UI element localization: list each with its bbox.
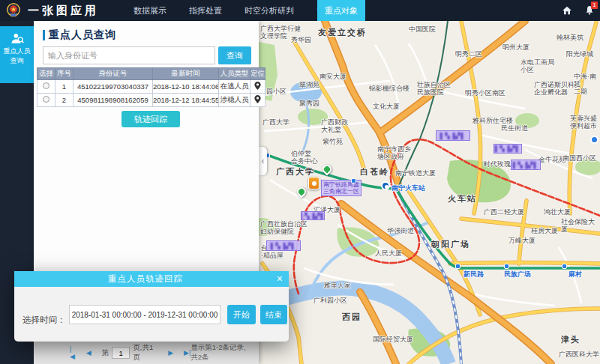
map-label: 壮族自治区 民族医院 <box>417 81 451 96</box>
location-pin-icon <box>254 95 261 103</box>
map-label: 人民大厦 <box>375 249 402 257</box>
panel-title: 重点人员查询 <box>43 28 116 42</box>
nav-item-command[interactable]: 指挥处置 <box>189 5 222 16</box>
map-label: 明州大厦 <box>502 43 530 51</box>
locate-button[interactable] <box>250 80 266 94</box>
metro-station-icon <box>562 264 567 269</box>
track-playback-button[interactable]: 轨迹回踪 <box>122 111 180 127</box>
row-id-number: 450981198908162059 <box>74 94 153 107</box>
map-label: 中国医院 <box>409 25 436 33</box>
records-summary: 显示第1-2条记录,共2条 <box>190 343 253 363</box>
end-button[interactable]: 结束 <box>260 305 287 324</box>
map-label: 广西医科大学 <box>559 351 599 358</box>
map-label: 西园 <box>342 313 362 321</box>
map-label: 聚秀园 <box>299 100 320 107</box>
track-playback-modal: 重点人员轨迹回踪 × 选择时间： 开始 结束 <box>14 271 289 342</box>
redacted-label: ▌▚▐▞▌ <box>494 144 522 154</box>
table-row[interactable]: 2 450981198908162059 2018-12-12 18:44:55… <box>38 94 266 107</box>
prev-page-button[interactable]: ◀ <box>86 349 92 357</box>
row-index: 1 <box>56 80 74 94</box>
map-label: 新民路 <box>464 270 484 278</box>
row-person-type: 在逃人员 <box>219 80 250 94</box>
redacted-label: ▌▚▐▞▌ <box>266 240 301 251</box>
police-emblem-logo <box>5 2 22 19</box>
map-label: 广西大学 <box>276 168 315 175</box>
row-radio[interactable] <box>43 82 50 89</box>
title-accent-bar <box>43 30 45 40</box>
row-index: 2 <box>56 94 74 107</box>
sidebar-item-key-person-query[interactable]: 重点人员 查询 <box>0 26 34 83</box>
police-badge-marker[interactable] <box>308 177 320 189</box>
map-label: 社会保险大厦 <box>561 218 600 233</box>
map-label: 阳光绿城 <box>566 50 593 58</box>
location-pin-icon <box>254 82 261 90</box>
nav-item-key-targets-active[interactable]: 重点对象 <box>317 0 365 21</box>
app-title: 一张图应用 <box>28 4 99 18</box>
row-id-number: 451022199703040337 <box>74 80 153 94</box>
sidebar-item-label: 重点人员 <box>4 46 31 56</box>
map-label: 广西财政 大礼堂 <box>321 118 348 133</box>
map-label: 白苍岭 <box>360 168 389 175</box>
metro-station-icon <box>381 181 390 190</box>
map-label: 中海·南延 二期 <box>574 73 600 95</box>
time-range-label: 选择时间： <box>22 315 66 326</box>
page-number-input[interactable] <box>112 347 130 359</box>
row-latest-time: 2018-12-10 18:44:06 <box>153 80 219 94</box>
map-label: 雅里人家 <box>324 282 351 289</box>
map-label: 南国西小区 <box>562 154 596 162</box>
map-label: 明秀二区 <box>455 50 482 58</box>
map-label: 秀华园 <box>291 36 311 43</box>
redacted-label: ▌▚▐▞▌ <box>301 211 325 220</box>
first-page-button[interactable]: |◀ <box>70 345 76 360</box>
row-latest-time: 2018-12-12 18:44:55 <box>153 94 219 107</box>
last-page-button[interactable]: ▶| <box>184 349 190 357</box>
row-person-type: 涉稳人员 <box>219 94 250 107</box>
locate-button[interactable] <box>250 94 266 107</box>
map-label: 广西大学 <box>262 118 290 126</box>
person-table: 选择 序号 身份证号 最新时间 人员类型 定位 1 45102219970304… <box>37 67 266 107</box>
panel-collapse-toggle[interactable]: ‹ <box>259 147 267 175</box>
map-label: 南宁火车站 <box>392 184 425 192</box>
page-prefix-label: 第 <box>102 348 110 358</box>
metro-station-icon <box>455 264 460 269</box>
table-header-row: 选择 序号 身份证号 最新时间 人员类型 定位 <box>38 68 266 80</box>
map-label: 津头 <box>561 336 580 343</box>
map-label: 南宁市西乡 塘区政府 <box>377 145 411 160</box>
map-label: 文化大厦 <box>373 103 400 110</box>
map-label: 民生街道 <box>501 124 528 132</box>
app-window: 一张图应用 数据展示 指挥处置 时空分析研判 警务勤务 重点对象 1 重点人员 <box>0 0 600 364</box>
map-label: 桂房大厦 <box>531 227 558 234</box>
map-label: 朝阳广场 <box>431 240 470 248</box>
home-icon[interactable] <box>561 4 573 16</box>
map-label: 广西壮族自治区 妇幼保健院 <box>260 220 308 235</box>
redacted-label: ▌▚▐▞▌ <box>511 160 541 170</box>
next-page-button[interactable]: ▶ <box>168 349 173 357</box>
map-canvas[interactable]: 广西大学行健 文理学院秀华园友爱立交桥中国医院翰林美筑明秀二区明州大厦阳光绿城水… <box>259 21 600 364</box>
map-label: 锦影棚综合楼 <box>369 85 410 92</box>
metro-station-icon <box>351 178 356 183</box>
id-number-input[interactable] <box>43 46 215 64</box>
nav-item-data-display[interactable]: 数据展示 <box>134 5 166 16</box>
sidebar-item-label: 查询 <box>10 56 24 66</box>
map-label: 民族广场 <box>504 270 531 278</box>
modal-body: 选择时间： 开始 结束 <box>14 287 289 342</box>
start-button[interactable]: 开始 <box>227 305 256 324</box>
map-label: 翠湖苑 <box>299 81 320 88</box>
time-range-input[interactable] <box>69 305 220 324</box>
map-label: 鸿壮大厦 <box>544 208 571 216</box>
metro-station-icon <box>504 264 509 269</box>
map-label: 国际经贸大厦 <box>373 336 413 343</box>
nav-item-spacetime-analysis[interactable]: 时空分析研判 <box>244 5 294 16</box>
table-row[interactable]: 1 451022199703040337 2018-12-10 18:44:06… <box>38 80 266 94</box>
query-button[interactable]: 查询 <box>218 46 251 64</box>
person-search-icon <box>10 31 25 46</box>
map-label: 火车站 <box>448 195 477 202</box>
map-label: 明秀小区南区 <box>465 89 506 97</box>
modal-header: 重点人员轨迹回踪 × <box>14 271 289 287</box>
row-radio[interactable] <box>43 96 50 103</box>
close-icon[interactable]: × <box>277 271 283 287</box>
pagination-bar: |◀ ◀ 第 页,共1页 ▶ ▶| 显示第1-2条记录,共2条 <box>34 341 259 364</box>
page-suffix-label: 页,共1页 <box>133 343 156 363</box>
map-label: 广西二轻大厦 <box>484 208 524 216</box>
map-label: 紫竹苑 <box>322 138 343 145</box>
